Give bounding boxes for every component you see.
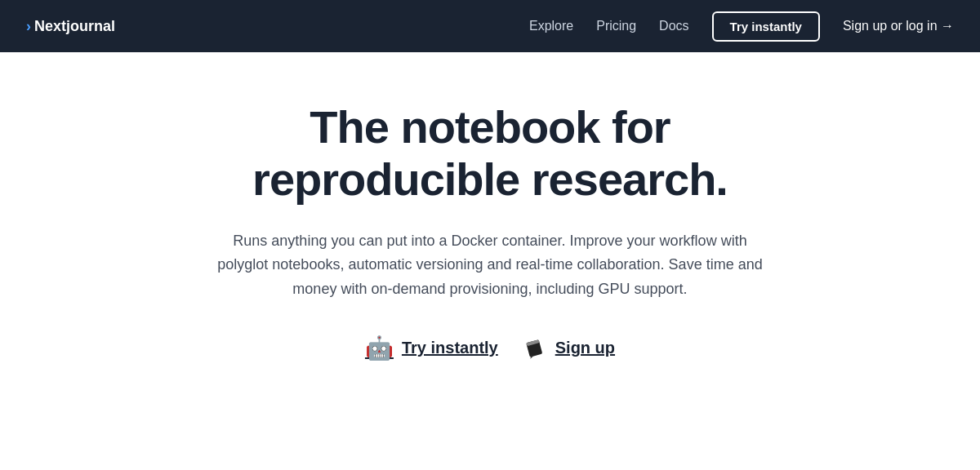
brand-logo[interactable]: › Nextjournal <box>26 18 115 35</box>
hero-section: The notebook for reproducible research. … <box>0 52 980 402</box>
nav-pricing[interactable]: Pricing <box>596 19 636 33</box>
hero-title-line1: The notebook for <box>310 101 670 153</box>
hero-description: Runs anything you can put into a Docker … <box>212 229 768 302</box>
navbar-nav: Explore Pricing Docs Try instantly Sign … <box>529 11 954 42</box>
hero-try-instantly-button[interactable]: 🤖 Try instantly <box>365 335 498 361</box>
hero-sign-up-button[interactable]: Sign up <box>524 336 615 359</box>
hero-buttons: 🤖 Try instantly Sign up <box>365 335 615 361</box>
hero-title-line2: reproducible research. <box>252 153 728 205</box>
brand-chevron-icon: › <box>26 18 31 35</box>
nav-docs[interactable]: Docs <box>659 19 688 33</box>
robot-icon: 🤖 <box>365 335 394 361</box>
nav-sign-up-label: Sign up or log in → <box>843 19 954 33</box>
navbar: › Nextjournal Explore Pricing Docs Try i… <box>0 0 980 52</box>
hero-title: The notebook for reproducible research. <box>252 101 728 206</box>
brand-name: Nextjournal <box>34 18 115 35</box>
hero-try-label: Try instantly <box>402 339 498 357</box>
nav-explore[interactable]: Explore <box>529 19 573 33</box>
hero-signup-label: Sign up <box>555 339 615 357</box>
pencil-icon <box>524 336 547 359</box>
nav-sign-up-button[interactable]: Sign up or log in → <box>843 19 954 33</box>
nav-try-instantly-button[interactable]: Try instantly <box>712 11 820 42</box>
